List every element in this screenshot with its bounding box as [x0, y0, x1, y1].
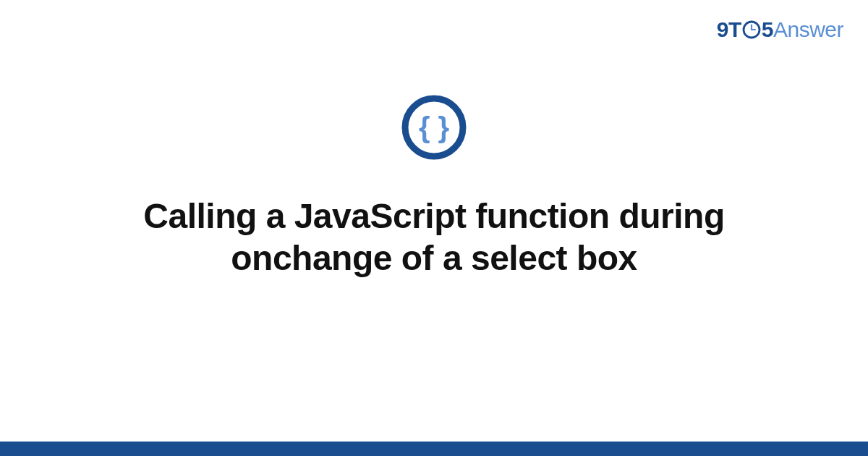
main-content: { } Calling a JavaScript function during… — [0, 94, 868, 279]
page-title: Calling a JavaScript function during onc… — [109, 195, 760, 279]
svg-text:{ }: { } — [419, 111, 449, 143]
code-braces-icon: { } — [401, 94, 467, 161]
logo-text-5: 5 — [762, 17, 773, 42]
site-logo: 9T 5 Answer — [717, 17, 843, 42]
logo-text-answer: Answer — [773, 17, 843, 42]
logo-text-9t: 9T — [717, 17, 741, 42]
footer-bar — [0, 442, 868, 456]
clock-icon — [742, 20, 761, 39]
